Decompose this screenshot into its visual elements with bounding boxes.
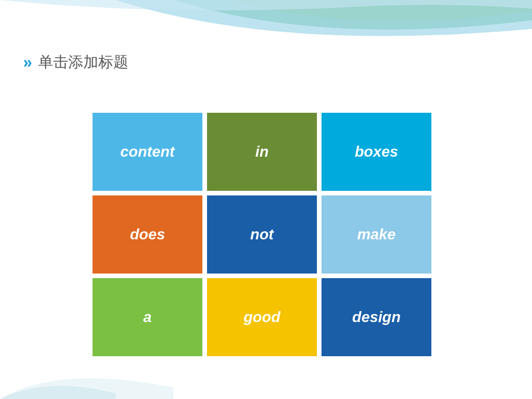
cell-5: not [207,195,317,274]
cell-2-label: in [255,143,268,161]
cell-3: boxes [322,113,431,191]
cell-5-label: not [250,226,274,243]
cell-2: in [207,113,317,191]
bottom-decoration [0,353,173,399]
cell-6-label: make [357,226,396,243]
cell-4-label: does [130,226,165,243]
cell-6: make [322,195,431,274]
cell-7-label: a [143,308,152,326]
content-grid: contentinboxesdoesnotmakeagooddesign [93,113,431,356]
cell-8: good [207,278,317,356]
slide-title[interactable]: 单击添加标题 [38,52,128,72]
cell-4: does [93,195,202,274]
cell-9: design [322,278,431,356]
cell-1-label: content [120,143,175,161]
title-area[interactable]: » 单击添加标题 [23,52,128,72]
chevron-icon: » [23,54,32,71]
cell-7: a [93,278,202,356]
cell-1: content [93,113,202,191]
cell-3-label: boxes [354,143,398,161]
cell-8-label: good [243,308,280,326]
slide: » 单击添加标题 contentinboxesdoesnotmakeagoodd… [0,0,532,399]
cell-9-label: design [352,308,401,326]
